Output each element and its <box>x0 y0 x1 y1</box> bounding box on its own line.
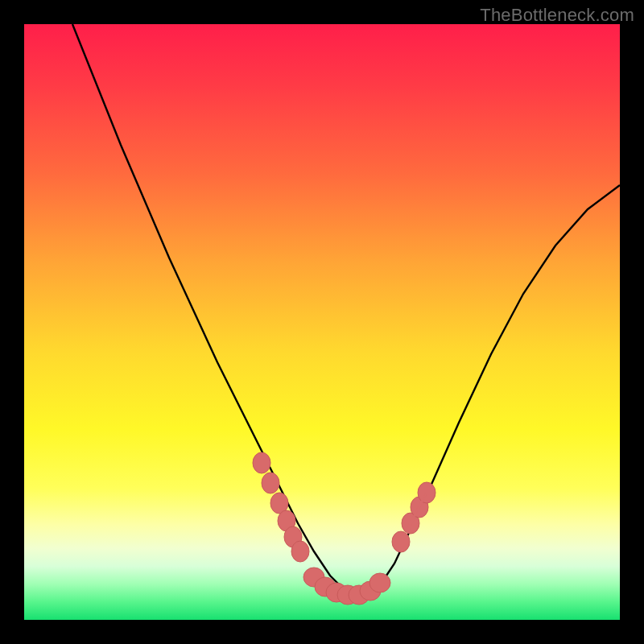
left-arm-dots-point <box>291 541 309 562</box>
gradient-plot-area <box>24 24 620 620</box>
watermark-text: TheBottleneck.com <box>480 5 634 26</box>
valley-dots-point <box>369 573 390 592</box>
left-arm-dots-point <box>253 452 270 473</box>
left-arm-dots-point <box>262 473 279 493</box>
right-arm-dots-point <box>392 531 410 552</box>
bottleneck-curve <box>72 24 620 596</box>
chart-svg <box>24 24 620 620</box>
